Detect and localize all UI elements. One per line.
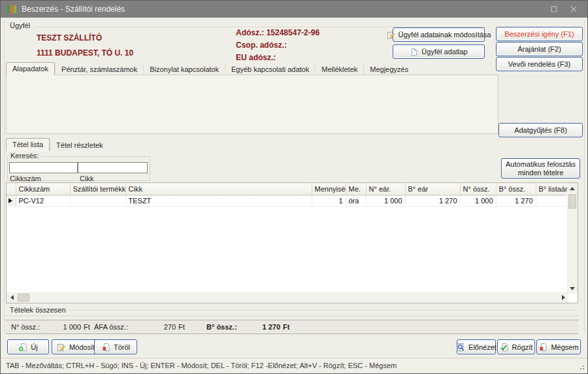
grid-header-brutto-listaar[interactable]: B° listaár — [536, 183, 568, 195]
customer-order-button[interactable]: Vevői rendelés (F3) — [496, 57, 583, 71]
customer-tax-number: Adósz.: 15248547-2-96 — [236, 28, 319, 37]
table-row[interactable]: PC-V12 TESZT 1 óra 1 000 1 270 1 000 1 2… — [7, 195, 568, 206]
items-table: Cikkszám Szállítói termékkód ( Cikk Menn… — [7, 183, 569, 207]
customer-address: 1111 BUDAPEST, TÓ U. 10 — [37, 48, 133, 58]
customer-group-label: Ügyfél — [10, 22, 30, 29]
cell-mennyiseg: 1 — [312, 195, 346, 206]
row-selector-icon — [8, 198, 12, 203]
tab-penztar-szamlaszamok[interactable]: Pénztár, számlaszámok — [55, 64, 143, 75]
grid-header-brutto-ossz[interactable]: B° össz. — [496, 183, 536, 195]
save-button[interactable]: Rögzít — [497, 339, 535, 354]
tab-tetel-reszletek[interactable]: Tétel részletek — [50, 140, 109, 151]
maximize-icon — [550, 5, 558, 13]
vat-total-label: ÁFA össz.: — [94, 323, 128, 331]
search-group-label: Keresés: — [8, 152, 41, 160]
row-selector-cell — [7, 195, 16, 206]
search-cikkszam-label: Cikkszám — [10, 175, 41, 182]
grid-header-termekkod[interactable]: Szállítói termékkód ( — [70, 183, 125, 195]
edit-customer-label: Ügyfél adatainak módosítása — [399, 31, 491, 39]
customer-name: TESZT SZÁLLÍTÓ — [37, 33, 102, 42]
auto-split-button[interactable]: Automatikus felosztás minden tételre — [501, 158, 580, 178]
tab-mellekletek[interactable]: Mellékletek — [315, 64, 363, 75]
data-collection-button[interactable]: Adatgyűjtés (F8) — [498, 123, 583, 137]
panel-edge-left — [4, 20, 5, 333]
gross-total-label: B° össz.: — [206, 323, 237, 331]
status-bar: TAB - Mezőváltás; CTRL+H - Súgó; INS - Ú… — [1, 358, 587, 372]
grid-header-cikkszam[interactable]: Cikkszám — [16, 183, 70, 195]
window: Beszerzés - Szállítói rendelés Ügyfél TE… — [0, 0, 588, 374]
tab-tetel-lista[interactable]: Tétel lista — [6, 138, 50, 151]
search-cikkszam-input[interactable] — [9, 162, 78, 173]
scroll-left-button[interactable] — [7, 292, 17, 303]
grid-header-mennyiseg[interactable]: Mennyiség — [312, 183, 346, 195]
delete-button[interactable]: Töröl — [94, 339, 137, 354]
modify-button[interactable]: Módosít — [52, 339, 100, 354]
horizontal-scrollbar[interactable] — [7, 292, 568, 303]
save-button-label: Rögzít — [512, 343, 533, 351]
tab-alapadatok[interactable]: Alapadatok — [6, 62, 55, 75]
preview-button[interactable]: Előnézet — [457, 339, 496, 354]
tab-bizonylat-kapcsolatok[interactable]: Bizonylat kapcsolatok — [143, 64, 225, 75]
horizontal-scroll-thumb[interactable] — [18, 294, 29, 301]
grid-header-netto-ossz[interactable]: N° össz. — [460, 183, 496, 195]
arrow-up-icon — [570, 187, 575, 190]
new-button-label: Új — [31, 343, 37, 351]
tab-egyeb-kapcsolati-adatok[interactable]: Egyéb kapcsolati adatok — [225, 64, 315, 75]
close-icon — [570, 5, 578, 13]
grid-header-brutto-ear[interactable]: B° eár — [405, 183, 460, 195]
close-button[interactable] — [565, 3, 582, 15]
arrow-right-icon — [562, 295, 565, 300]
maximize-button[interactable] — [546, 3, 563, 15]
new-button[interactable]: Új — [7, 339, 49, 354]
preview-magnifier-icon — [456, 343, 465, 352]
purchase-request-button[interactable]: Beszerzési igény (F1) — [496, 27, 583, 41]
search-cikk-input[interactable] — [78, 162, 148, 173]
data-collection-label: Adatgyűjtés (F8) — [514, 126, 567, 134]
grid-header-netto-ear[interactable]: N° eár. — [366, 183, 405, 195]
totals-bar: N° össz.: 1 000 Ft ÁFA össz.: 270 Ft B° … — [6, 320, 578, 334]
gross-total-unit: Ft — [283, 323, 289, 331]
cell-cikkszam: PC-V12 — [16, 195, 70, 206]
cell-brutto-ossz: 1 270 — [496, 195, 536, 206]
grid-header-row: Cikkszám Szállítói termékkód ( Cikk Menn… — [7, 183, 568, 195]
grid-header-cikk[interactable]: Cikk — [125, 183, 312, 195]
status-bar-text: TAB - Mezőváltás; CTRL+H - Súgó; INS - Ú… — [6, 362, 397, 369]
vertical-scrollbar[interactable] — [567, 183, 578, 294]
quote-button[interactable]: Árajánlat (F2) — [496, 42, 583, 56]
edit-pencil-icon — [387, 31, 395, 39]
items-grid: Cikkszám Szállítói termékkód ( Cikk Menn… — [6, 182, 578, 303]
modify-button-label: Módosít — [69, 343, 95, 351]
cell-netto-ear: 1 000 — [366, 195, 405, 206]
grid-header-me[interactable]: Me. — [346, 183, 366, 195]
scroll-right-button[interactable] — [558, 292, 568, 303]
edit-customer-button[interactable]: Ügyfél adatainak módosítása — [393, 27, 485, 42]
window-title: Beszerzés - Szállítói rendelés — [22, 5, 125, 14]
cancel-button[interactable]: Mégsem — [536, 339, 581, 354]
cell-netto-ossz: 1 000 — [460, 195, 496, 206]
scroll-up-button[interactable] — [567, 183, 578, 194]
customer-order-label: Vevői rendelés (F3) — [508, 60, 570, 68]
preview-button-label: Előnézet — [468, 343, 497, 351]
totals-group-line — [70, 310, 578, 311]
panel-edge-right — [584, 20, 585, 333]
vertical-scroll-thumb[interactable] — [568, 194, 576, 209]
arrow-left-icon — [10, 295, 14, 300]
resize-grip-icon[interactable] — [583, 368, 584, 369]
scroll-down-button[interactable] — [567, 283, 578, 294]
new-document-plus-icon — [18, 343, 27, 352]
cancel-x-icon — [538, 343, 547, 352]
cell-brutto-ear: 1 270 — [405, 195, 460, 206]
delete-x-icon — [101, 343, 110, 352]
cell-brutto-listaar — [536, 195, 568, 206]
cell-cikk: TESZT — [125, 195, 312, 206]
customer-sheet-button[interactable]: Ügyfél adatlap — [393, 44, 485, 59]
vat-total-unit: Ft — [178, 323, 185, 331]
titlebar[interactable]: Beszerzés - Szállítói rendelés — [1, 1, 587, 18]
cell-me: óra — [346, 195, 366, 206]
net-total-unit: Ft — [84, 323, 90, 331]
net-total-value: 1 000 — [32, 323, 81, 331]
vat-total-value: 270 — [130, 323, 176, 331]
cell-termekkod — [70, 195, 125, 206]
tab-megjegyzes[interactable]: Megjegyzés — [363, 64, 414, 75]
customer-group-tax-number: Csop. adósz.: — [236, 41, 287, 50]
